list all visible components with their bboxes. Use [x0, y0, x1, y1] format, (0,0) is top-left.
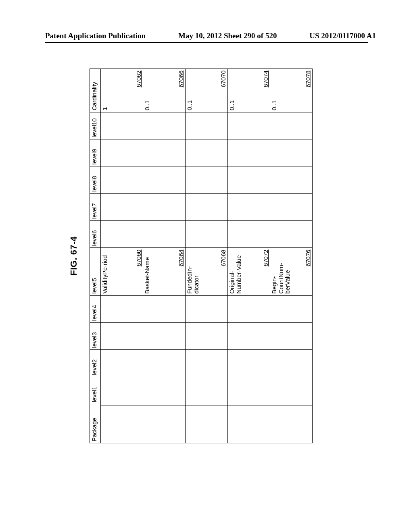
cardinality-ref: 67078 — [305, 71, 311, 87]
cell-package — [101, 404, 143, 443]
col-level1: level1 — [90, 377, 101, 404]
table-row: Begin-CountNum-berValue 67076 0..1 67078 — [270, 69, 313, 443]
cell-level9 — [101, 139, 143, 166]
table-row: ValidityPe-riod 67060 1 67062 — [101, 69, 143, 443]
figure-label: FIG. 67-4 — [69, 69, 79, 443]
cell-level7 — [101, 193, 143, 220]
col-level4: level4 — [90, 295, 101, 322]
table-row: Basket-Name 67064 0..1 67066 — [143, 69, 186, 443]
cell-level5: FundedIn-dicator 67068 — [186, 248, 228, 295]
cell-level1 — [186, 377, 228, 404]
cell-level3 — [228, 323, 270, 350]
cell-level1 — [143, 377, 186, 404]
cell-cardinality: 0..1 67074 — [228, 69, 270, 112]
cell-package — [270, 404, 313, 443]
cell-cardinality: 0..1 67078 — [270, 69, 313, 112]
cell-level2 — [101, 350, 143, 377]
cell-level10 — [186, 112, 228, 139]
col-level6: level6 — [90, 221, 101, 248]
cell-level4 — [143, 295, 186, 322]
col-level8: level8 — [90, 166, 101, 193]
cell-level7 — [143, 193, 186, 220]
cell-level10 — [270, 112, 313, 139]
cell-package — [228, 404, 270, 443]
col-level5: level5 — [90, 248, 101, 295]
cell-level1 — [270, 377, 313, 404]
cell-cardinality: 1 67062 — [101, 69, 143, 112]
level5-text: Begin-CountNum-berValue — [271, 249, 291, 293]
cell-level8 — [186, 166, 228, 193]
col-level9: level9 — [90, 139, 101, 166]
cell-level6 — [101, 221, 143, 248]
cell-level4 — [101, 295, 143, 322]
col-level7: level7 — [90, 193, 101, 220]
level5-ref: 67076 — [305, 249, 311, 266]
cardinality-ref: 67074 — [262, 71, 269, 87]
cell-level6 — [186, 221, 228, 248]
col-level10: level10 — [90, 112, 101, 139]
cardinality-value: 0..1 — [271, 71, 278, 110]
cell-level6 — [270, 221, 313, 248]
cell-level8 — [101, 166, 143, 193]
col-cardinality: Cardinality — [90, 69, 101, 112]
cardinality-ref: 67066 — [177, 71, 184, 87]
cell-level5: Basket-Name 67064 — [143, 248, 186, 295]
table-header-row: Package level1 level2 level3 level4 leve… — [90, 69, 101, 443]
cell-level8 — [228, 166, 270, 193]
cell-level3 — [270, 323, 313, 350]
level5-text: Original-Number-Value — [229, 249, 242, 293]
cell-level7 — [270, 193, 313, 220]
cell-level2 — [270, 350, 313, 377]
cell-level3 — [186, 323, 228, 350]
header-rule — [45, 42, 368, 43]
header-left: Patent Application Publication — [45, 31, 146, 40]
cell-cardinality: 0..1 67070 — [186, 69, 228, 112]
cell-level9 — [186, 139, 228, 166]
cell-level3 — [143, 323, 186, 350]
level5-ref: 67064 — [177, 249, 184, 266]
cell-level8 — [270, 166, 313, 193]
cell-level6 — [143, 221, 186, 248]
page: Patent Application Publication May 10, 2… — [0, 0, 413, 532]
cell-level4 — [186, 295, 228, 322]
cell-level2 — [143, 350, 186, 377]
cell-level10 — [228, 112, 270, 139]
table-row: Original-Number-Value 67072 0..1 67074 — [228, 69, 270, 443]
table-row: FundedIn-dicator 67068 0..1 67070 — [186, 69, 228, 443]
cell-level2 — [228, 350, 270, 377]
cell-level7 — [228, 193, 270, 220]
cell-package — [143, 404, 186, 443]
cell-level8 — [143, 166, 186, 193]
cell-level5: ValidityPe-riod 67060 — [101, 248, 143, 295]
cell-level5: Original-Number-Value 67072 — [228, 248, 270, 295]
header-right: US 2012/0117000 A1 — [309, 31, 376, 40]
cell-level3 — [101, 323, 143, 350]
cardinality-value: 1 — [102, 71, 108, 110]
level5-ref: 67060 — [135, 249, 142, 266]
cardinality-ref: 67062 — [135, 71, 142, 87]
cell-level4 — [270, 295, 313, 322]
cell-level10 — [101, 112, 143, 139]
level5-ref: 67068 — [220, 249, 227, 266]
page-header: Patent Application Publication May 10, 2… — [0, 31, 413, 40]
level5-text: ValidityPe-riod — [102, 249, 108, 293]
cell-level7 — [186, 193, 228, 220]
cell-package — [186, 404, 228, 443]
cell-level9 — [228, 139, 270, 166]
schema-table: Package level1 level2 level3 level4 leve… — [90, 69, 313, 443]
header-center: May 10, 2012 Sheet 290 of 520 — [178, 31, 277, 40]
cell-level1 — [101, 377, 143, 404]
cell-cardinality: 0..1 67066 — [143, 69, 186, 112]
cell-level4 — [228, 295, 270, 322]
level5-text: Basket-Name — [144, 249, 151, 293]
figure-area: FIG. 67-4 Package level1 level2 level3 l… — [69, 69, 313, 443]
cell-level9 — [270, 139, 313, 166]
cardinality-ref: 67070 — [220, 71, 227, 87]
cell-level9 — [143, 139, 186, 166]
cardinality-value: 0..1 — [144, 71, 151, 110]
cell-level2 — [186, 350, 228, 377]
cell-level10 — [143, 112, 186, 139]
col-level2: level2 — [90, 350, 101, 377]
cardinality-value: 0..1 — [229, 71, 236, 110]
level5-text: FundedIn-dicator — [186, 249, 200, 293]
